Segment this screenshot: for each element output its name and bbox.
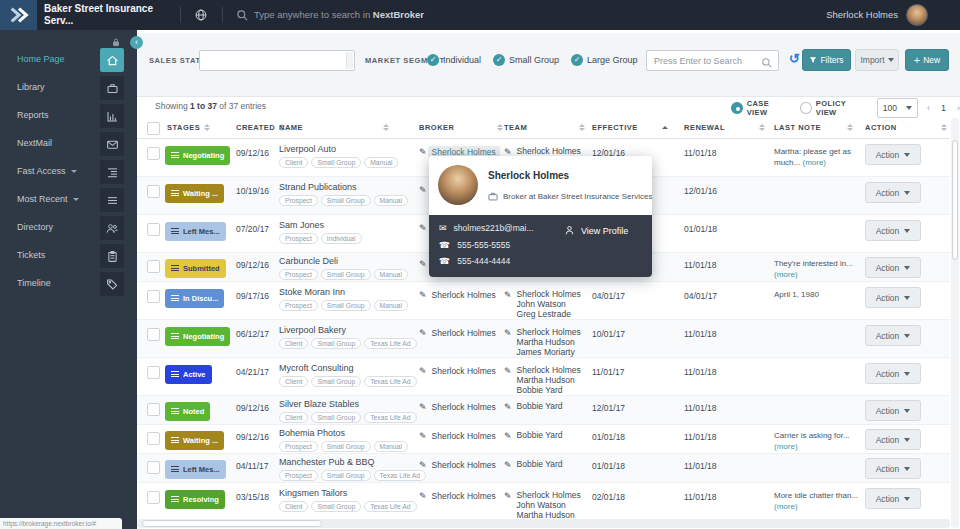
broker-cell[interactable]: ✎Sherlock Holmes	[419, 431, 496, 441]
row-checkbox[interactable]	[147, 289, 160, 307]
user-name[interactable]: Sherlock Holmes	[826, 9, 898, 20]
stage-badge[interactable]: Active	[165, 365, 212, 384]
action-button[interactable]: Action	[865, 363, 921, 384]
note-more-link[interactable]: (more)	[774, 442, 798, 451]
stage-badge[interactable]: Waiting ...	[165, 184, 224, 203]
action-button[interactable]: Action	[865, 400, 921, 421]
home-icon[interactable]	[100, 48, 124, 72]
header-broker[interactable]: BROKER	[419, 123, 503, 132]
sales-status-input-scrollbar[interactable]	[346, 52, 353, 69]
stage-badge[interactable]: Left Mes...	[165, 222, 226, 241]
team-cell[interactable]: ✎Bobbie Yard	[504, 460, 563, 470]
select-all-checkbox[interactable]	[147, 122, 160, 135]
sales-status-input[interactable]	[199, 50, 355, 71]
header-created[interactable]: CREATED	[236, 123, 285, 132]
header-team[interactable]: TEAM	[504, 123, 585, 132]
prev-page-button[interactable]: ‹	[927, 103, 930, 113]
segment-checkbox-individual[interactable]: ✓Individual	[427, 54, 481, 66]
action-button[interactable]: Action	[865, 182, 921, 203]
sidebar-item-reports[interactable]: Reports	[0, 102, 137, 130]
action-button[interactable]: Action	[865, 144, 921, 165]
action-button[interactable]: Action	[865, 257, 921, 278]
note-more-link[interactable]: (more)	[802, 158, 826, 167]
company-name[interactable]: Sam Jones	[279, 220, 417, 230]
nextbroker-logo-icon[interactable]	[0, 0, 37, 30]
bar-chart-icon[interactable]	[100, 104, 124, 128]
company-name[interactable]: Mycroft Consulting	[279, 363, 417, 373]
team-cell[interactable]: ✎Sherlock HolmesMartha HudsonBobbie Yard	[504, 366, 581, 396]
case-view-radio[interactable]: CASE VIEW	[731, 99, 791, 117]
header-name[interactable]: NAME	[279, 123, 389, 132]
company-name[interactable]: Kingsmen Tailors	[279, 488, 417, 498]
envelope-icon[interactable]	[100, 132, 124, 156]
row-checkbox[interactable]	[147, 222, 160, 240]
row-checkbox[interactable]	[147, 402, 160, 420]
broker-cell[interactable]: ✎Sherlock Holmes	[419, 328, 496, 338]
vertical-scrollbar-thumb[interactable]	[952, 140, 958, 260]
page-size-select[interactable]: 100	[877, 98, 918, 118]
new-button[interactable]: +New	[905, 49, 949, 71]
company-name[interactable]: Strand Publications	[279, 182, 417, 192]
stage-badge[interactable]: In Discu...	[165, 289, 224, 308]
tags-icon[interactable]	[100, 272, 124, 296]
stage-badge[interactable]: Submitted	[165, 259, 226, 278]
filters-button[interactable]: Filters	[802, 49, 851, 71]
global-search-input[interactable]: Type anywhere to search in NextBroker	[254, 9, 424, 20]
broker-cell[interactable]: ✎Sherlock Holmes	[419, 366, 496, 376]
sidebar-item-home-page[interactable]: Home Page	[0, 46, 137, 74]
header-effective[interactable]: EFFECTIVE	[592, 123, 668, 132]
company-name[interactable]: Stoke Moran Inn	[279, 287, 417, 297]
globe-icon[interactable]	[194, 8, 208, 26]
company-name[interactable]: Liverpool Auto	[279, 144, 417, 154]
sidebar-item-fast-access[interactable]: Fast Access	[0, 158, 137, 186]
sidebar-item-most-recent[interactable]: Most Recent	[0, 186, 137, 214]
broker-phone-2[interactable]: ☎555-444-4444	[439, 256, 510, 266]
team-cell[interactable]: ✎Sherlock HolmesJohn WatsonMartha Hudson	[504, 491, 581, 521]
broker-cell[interactable]: ✎Sherlock Holmes	[419, 460, 496, 470]
row-checkbox[interactable]	[147, 431, 160, 449]
stage-badge[interactable]: Noted	[165, 402, 210, 421]
note-more-link[interactable]: (more)	[774, 270, 798, 279]
sidebar-item-nextmail[interactable]: NextMail	[0, 130, 137, 158]
action-button[interactable]: Action	[865, 458, 921, 479]
team-cell[interactable]: ✎Sherlock HolmesJohn WatsonGreg Lestrade	[504, 290, 581, 320]
table-search-input[interactable]	[652, 52, 757, 69]
action-button[interactable]: Action	[865, 429, 921, 450]
broker-phone-1[interactable]: ☎555-555-5555	[439, 240, 510, 250]
stage-badge[interactable]: Resolving	[165, 490, 225, 509]
segment-checkbox-large-group[interactable]: ✓Large Group	[571, 54, 638, 66]
row-checkbox[interactable]	[147, 490, 160, 508]
import-button[interactable]: Import	[855, 49, 899, 71]
sidebar-collapse-button[interactable]: ‹	[130, 36, 143, 49]
broker-email[interactable]: ✉sholmes221b@mai...	[439, 223, 534, 233]
search-icon[interactable]	[236, 8, 249, 26]
refresh-icon[interactable]: ↺	[789, 51, 800, 66]
sidebar-item-tickets[interactable]: Tickets	[0, 242, 137, 270]
company-name[interactable]: Liverpool Bakery	[279, 325, 417, 335]
header-stages[interactable]: STAGES	[167, 123, 210, 132]
header-renewal[interactable]: RENEWAL	[684, 123, 765, 132]
sidebar-item-directory[interactable]: Directory	[0, 214, 137, 242]
company-name[interactable]: Silver Blaze Stables	[279, 399, 417, 409]
policy-view-radio[interactable]: POLICY VIEW	[800, 99, 868, 117]
segment-checkbox-small-group[interactable]: ✓Small Group	[493, 54, 559, 66]
row-checkbox[interactable]	[147, 365, 160, 383]
stage-badge[interactable]: Left Mes...	[165, 460, 226, 479]
header-last-note[interactable]: LAST NOTE	[774, 123, 853, 132]
sidebar-item-timeline[interactable]: Timeline	[0, 270, 137, 298]
row-checkbox[interactable]	[147, 184, 160, 202]
horizontal-scrollbar-thumb[interactable]	[142, 520, 322, 527]
action-button[interactable]: Action	[865, 488, 921, 509]
row-checkbox[interactable]	[147, 460, 160, 478]
action-button[interactable]: Action	[865, 325, 921, 346]
view-profile-button[interactable]: View Profile	[564, 225, 628, 236]
note-more-link[interactable]: (more)	[774, 502, 798, 511]
team-cell[interactable]: ✎Bobbie Yard	[504, 402, 563, 412]
people-icon[interactable]	[100, 216, 124, 240]
current-page[interactable]: 1	[941, 103, 946, 113]
company-name[interactable]: Carbuncle Deli	[279, 256, 417, 266]
stage-badge[interactable]: Negotiating	[165, 327, 230, 346]
list-icon[interactable]	[100, 188, 124, 212]
action-button[interactable]: Action	[865, 287, 921, 308]
row-checkbox[interactable]	[147, 259, 160, 277]
